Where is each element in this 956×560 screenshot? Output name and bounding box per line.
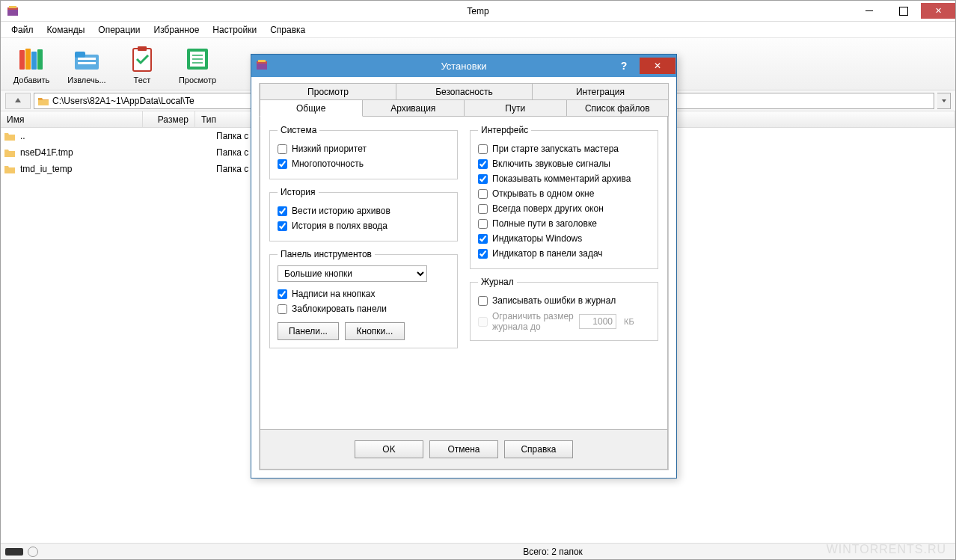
- tab-integration[interactable]: Интеграция: [532, 83, 669, 100]
- folder-icon: [4, 163, 16, 175]
- tabs: Просмотр Безопасность Интеграция Общие А…: [259, 83, 669, 470]
- disk-icon: [28, 547, 38, 557]
- col-name[interactable]: Имя: [1, 111, 143, 127]
- dialog-footer: OK Отмена Справка: [260, 430, 668, 470]
- maximize-button[interactable]: [886, 3, 921, 19]
- tab-view[interactable]: Просмотр: [260, 83, 396, 100]
- settings-dialog: Установки ? Просмотр Безопасность Интегр…: [251, 54, 677, 479]
- menu-settings[interactable]: Настройки: [206, 23, 263, 37]
- log-limit-field: [579, 314, 616, 329]
- folder-icon: [4, 147, 16, 159]
- buttons-button[interactable]: Кнопки...: [345, 322, 405, 340]
- path-dropdown-button[interactable]: [937, 93, 951, 109]
- folder-icon: [37, 95, 49, 107]
- group-toolbar: Панель инструментов Большие кнопки Надпи…: [269, 249, 458, 348]
- dialog-titlebar: Установки ?: [251, 55, 676, 77]
- cancel-button[interactable]: Отмена: [429, 440, 498, 458]
- folder-extract-icon: [72, 44, 102, 74]
- select-button-size[interactable]: Большие кнопки: [278, 265, 427, 282]
- tab-security[interactable]: Безопасность: [396, 83, 533, 100]
- close-button[interactable]: [921, 3, 955, 19]
- chk-enable-sounds[interactable]: Включить звуковые сигналы: [478, 156, 650, 171]
- chk-low-priority[interactable]: Низкий приоритет: [278, 141, 450, 156]
- svg-rect-10: [78, 62, 96, 64]
- menu-favorites[interactable]: Избранное: [148, 23, 206, 37]
- watermark: WINTORRENTS.RU: [827, 543, 946, 556]
- group-history: История Вести историю архивов История в …: [269, 187, 458, 241]
- svg-rect-4: [25, 49, 31, 70]
- minimize-button[interactable]: [852, 3, 886, 19]
- col-size[interactable]: Размер: [143, 111, 195, 127]
- dialog-help-button[interactable]: ?: [608, 58, 640, 74]
- tab-filelist[interactable]: Список файлов: [566, 99, 669, 117]
- chk-always-on-top[interactable]: Всегда поверх других окон: [478, 201, 650, 216]
- chk-log-errors[interactable]: Записывать ошибки в журнал: [478, 293, 650, 308]
- books-add-icon: [16, 44, 46, 74]
- svg-rect-6: [37, 49, 43, 70]
- group-log: Журнал Записывать ошибки в журнал Ограни…: [470, 277, 658, 341]
- titlebar: Temp: [1, 1, 955, 22]
- up-button[interactable]: [5, 93, 31, 109]
- group-system: Система Низкий приоритет Многопоточность: [269, 125, 458, 179]
- book-view-icon: [183, 44, 212, 74]
- window-title: Temp: [467, 6, 488, 16]
- chk-full-paths[interactable]: Полные пути в заголовке: [478, 216, 650, 231]
- dialog-close-button[interactable]: [640, 58, 675, 74]
- tab-general[interactable]: Общие: [260, 99, 363, 117]
- chk-win-indicators[interactable]: Индикаторы Windows: [478, 231, 650, 246]
- toolbar-add-button[interactable]: Добавить: [5, 43, 58, 86]
- chk-archive-history[interactable]: Вести историю архивов: [278, 203, 450, 218]
- menu-file[interactable]: Файл: [5, 23, 40, 37]
- toolbar-test-button[interactable]: Тест: [116, 43, 168, 86]
- chk-button-labels[interactable]: Надписи на кнопках: [278, 286, 450, 301]
- group-interface: Интерфейс При старте запускать мастера В…: [470, 125, 658, 269]
- window-controls: [852, 3, 955, 19]
- menu-help[interactable]: Справка: [264, 23, 311, 37]
- svg-rect-20: [258, 60, 266, 62]
- chk-one-window[interactable]: Открывать в одном окне: [478, 186, 650, 201]
- winrar-icon: [256, 59, 268, 73]
- chk-show-comment[interactable]: Показывать комментарий архива: [478, 171, 650, 186]
- svg-rect-8: [75, 52, 85, 58]
- dialog-title: Установки: [441, 61, 486, 72]
- toolbar-view-button[interactable]: Просмотр: [171, 43, 224, 86]
- chk-multithreading[interactable]: Многопоточность: [278, 156, 450, 171]
- svg-rect-9: [78, 58, 96, 60]
- menubar: Файл Команды Операции Избранное Настройк…: [1, 22, 955, 38]
- clipboard-check-icon: [127, 44, 157, 74]
- toolbar-extract-button[interactable]: Извлечь...: [61, 43, 113, 86]
- chk-taskbar-indicator[interactable]: Индикатор в панели задач: [478, 246, 650, 261]
- panels-button[interactable]: Панели...: [278, 322, 339, 340]
- chk-lock-panels[interactable]: Заблокировать панели: [278, 301, 450, 316]
- svg-rect-5: [31, 52, 37, 70]
- svg-rect-2: [9, 6, 16, 8]
- chk-field-history[interactable]: История в полях ввода: [278, 218, 450, 233]
- chk-limit-log: [478, 314, 488, 329]
- ok-button[interactable]: OK: [355, 440, 423, 458]
- help-button[interactable]: Справка: [504, 440, 573, 458]
- menu-operations[interactable]: Операции: [92, 23, 146, 37]
- winrar-icon: [7, 5, 19, 17]
- tab-paths[interactable]: Пути: [464, 99, 567, 117]
- key-icon: [5, 548, 23, 556]
- chk-wizard-start[interactable]: При старте запускать мастера: [478, 141, 650, 156]
- menu-commands[interactable]: Команды: [41, 23, 91, 37]
- svg-rect-3: [19, 50, 25, 70]
- tab-archiving[interactable]: Архивация: [362, 99, 465, 117]
- statusbar: Всего: 2 папок: [1, 543, 955, 559]
- folder-icon: [4, 130, 16, 142]
- svg-rect-12: [138, 46, 147, 51]
